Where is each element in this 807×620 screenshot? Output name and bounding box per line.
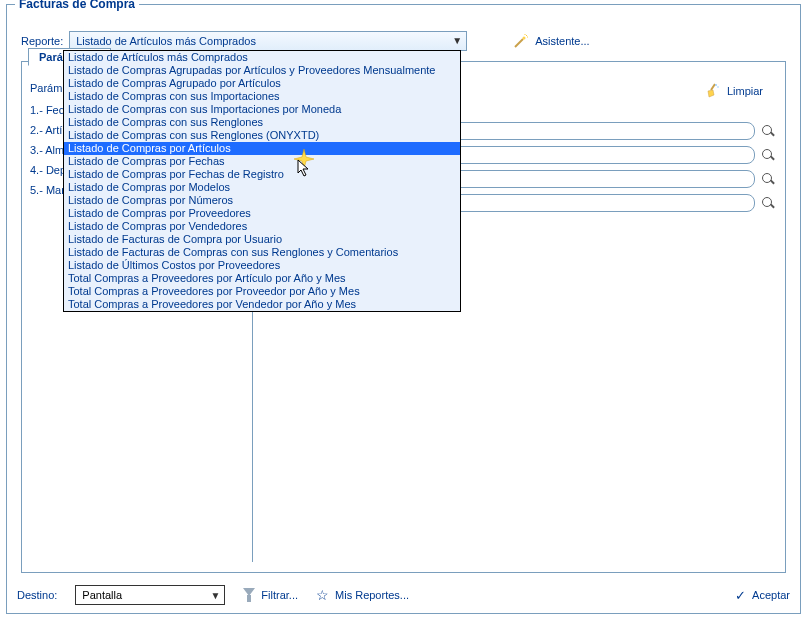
- destination-select[interactable]: Pantalla ▼: [75, 585, 225, 605]
- panel-title: Facturas de Compra: [15, 0, 139, 11]
- clean-label: Limpiar: [727, 85, 763, 97]
- report-row: Reporte: Listado de Artículos más Compra…: [21, 31, 786, 51]
- accept-button[interactable]: ✓ Aceptar: [735, 588, 790, 603]
- dropdown-item[interactable]: Total Compras a Proveedores por Proveedo…: [64, 285, 460, 298]
- main-panel: Facturas de Compra Reporte: Listado de A…: [6, 4, 801, 614]
- dropdown-item[interactable]: Listado de Compras por Fechas de Registr…: [64, 168, 460, 181]
- report-select[interactable]: Listado de Artículos más Comprados ▼: [69, 31, 467, 51]
- bottom-bar: Destino: Pantalla ▼ Filtrar... ☆ Mis Rep…: [17, 585, 790, 605]
- dropdown-item[interactable]: Listado de Compras por Números: [64, 194, 460, 207]
- dropdown-item[interactable]: Listado de Compras con sus Renglones (ON…: [64, 129, 460, 142]
- dropdown-item[interactable]: Listado de Facturas de Compras con sus R…: [64, 246, 460, 259]
- dropdown-item[interactable]: Listado de Compras con sus Importaciones…: [64, 103, 460, 116]
- my-reports-label: Mis Reportes...: [335, 589, 409, 601]
- dropdown-item[interactable]: Listado de Compras por Vendedores: [64, 220, 460, 233]
- dropdown-item[interactable]: Listado de Compras por Artículos: [64, 142, 460, 155]
- dropdown-item[interactable]: Total Compras a Proveedores por Artículo…: [64, 272, 460, 285]
- search-icon[interactable]: [761, 124, 775, 138]
- star-icon: ☆: [316, 587, 329, 603]
- chevron-down-icon: ▼: [452, 35, 462, 46]
- dropdown-item[interactable]: Listado de Compras Agrupado por Artículo…: [64, 77, 460, 90]
- wand-icon: [513, 33, 529, 49]
- report-select-value: Listado de Artículos más Comprados: [76, 35, 256, 47]
- search-icon[interactable]: [761, 172, 775, 186]
- dropdown-scroll[interactable]: Listado de Artículos más CompradosListad…: [64, 51, 460, 311]
- broom-icon: [705, 82, 721, 100]
- dropdown-item[interactable]: Listado de Compras por Proveedores: [64, 207, 460, 220]
- report-label: Reporte:: [21, 35, 63, 47]
- svg-point-0: [523, 37, 526, 40]
- search-icon[interactable]: [761, 196, 775, 210]
- dropdown-item[interactable]: Listado de Compras con sus Importaciones: [64, 90, 460, 103]
- filter-button[interactable]: Filtrar...: [243, 588, 298, 602]
- svg-point-2: [717, 86, 719, 88]
- assistant-label: Asistente...: [535, 35, 589, 47]
- dropdown-item[interactable]: Listado de Compras Agrupadas por Artícul…: [64, 64, 460, 77]
- dropdown-item[interactable]: Total Compras a Proveedores por Vendedor…: [64, 298, 460, 311]
- destination-value: Pantalla: [82, 589, 122, 601]
- check-icon: ✓: [735, 588, 746, 603]
- funnel-icon: [243, 588, 255, 602]
- dropdown-item[interactable]: Listado de Compras por Modelos: [64, 181, 460, 194]
- svg-point-1: [715, 84, 717, 86]
- my-reports-button[interactable]: ☆ Mis Reportes...: [316, 587, 409, 603]
- dest-label: Destino:: [17, 589, 57, 601]
- chevron-down-icon: ▼: [210, 590, 220, 601]
- dropdown-item[interactable]: Listado de Compras con sus Renglones: [64, 116, 460, 129]
- filter-label: Filtrar...: [261, 589, 298, 601]
- accept-label: Aceptar: [752, 589, 790, 601]
- clean-button[interactable]: Limpiar: [697, 78, 771, 104]
- assistant-button[interactable]: Asistente...: [513, 33, 589, 49]
- dropdown-item[interactable]: Listado de Artículos más Comprados: [64, 51, 460, 64]
- report-dropdown[interactable]: Listado de Artículos más CompradosListad…: [63, 50, 461, 312]
- search-icon[interactable]: [761, 148, 775, 162]
- dropdown-item[interactable]: Listado de Últimos Costos por Proveedore…: [64, 259, 460, 272]
- dropdown-item[interactable]: Listado de Compras por Fechas: [64, 155, 460, 168]
- dropdown-item[interactable]: Listado de Facturas de Compra por Usuari…: [64, 233, 460, 246]
